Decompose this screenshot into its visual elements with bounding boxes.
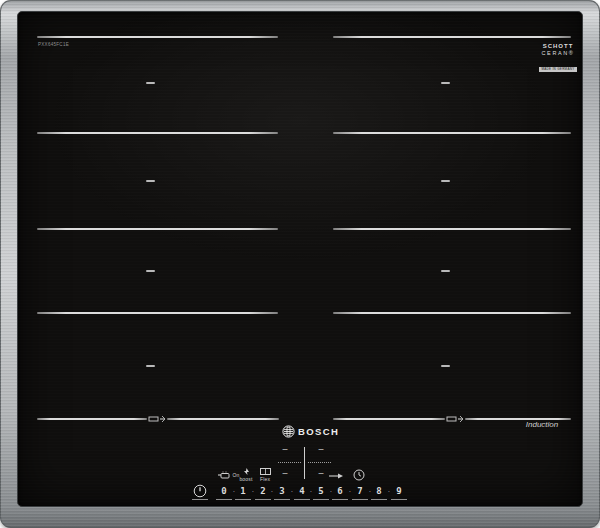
flex-label[interactable]: Flex [257,476,273,482]
number-underline [274,499,290,500]
number-underline [313,499,329,500]
schott-line1: SCHOTT [536,43,580,49]
timer-clock-icon[interactable] [353,469,365,481]
schott-ceran-logo: SCHOTT CERAN® MADE IN GERMANY [536,43,580,74]
number-key-2[interactable]: 2 [256,486,270,496]
number-underline [352,499,368,500]
zone-marker [441,270,450,272]
schott-line3: MADE IN GERMANY [539,67,576,72]
bosch-logo: BOSCH [282,425,339,438]
zone-line [333,418,445,420]
number-separator: · [368,488,372,495]
zone-line [37,312,278,314]
zone-display-right-top: – [315,445,327,454]
zone-marker [146,82,155,84]
number-separator: · [387,488,391,495]
number-key-6[interactable]: 6 [333,486,347,496]
zone-line [167,418,279,420]
number-underline [294,499,310,500]
number-key-5[interactable]: 5 [314,486,328,496]
number-separator: · [251,488,255,495]
zone-line [333,312,571,314]
number-underline [255,499,271,500]
number-key-4[interactable]: 4 [295,486,309,496]
bosch-emblem-icon [282,425,295,438]
induction-label: Induction [516,420,568,429]
number-separator: · [309,488,313,495]
zone-display-right-bottom: – [315,469,327,478]
zone-marker [146,365,155,367]
zone-line [333,228,571,230]
number-key-1[interactable]: 1 [236,486,250,496]
induction-cooktop: PXX645FC1E SCHOTT CERAN® MADE IN GERMANY… [0,0,600,528]
number-key-3[interactable]: 3 [275,486,289,496]
zone-line [333,132,571,134]
boost-label[interactable]: boost [235,476,257,482]
display-dotted-separator [278,462,301,463]
boost-icon[interactable] [243,468,250,475]
display-divider-line [304,447,305,479]
number-key-7[interactable]: 7 [353,486,367,496]
number-separator: · [329,488,333,495]
flex-zone-icon[interactable] [260,468,271,475]
zone-line [333,36,571,38]
zone-display-left-top: – [279,445,291,454]
bosch-wordmark: BOSCH [298,426,339,437]
pan-size-icon [446,414,465,424]
number-underline [192,499,208,500]
frying-pan-icon[interactable] [217,470,230,480]
number-separator: · [232,488,236,495]
number-separator: · [290,488,294,495]
transfer-arrow-icon[interactable] [329,473,344,479]
zone-line [37,228,278,230]
display-dotted-separator [308,462,331,463]
number-underline [391,499,407,500]
number-key-8[interactable]: 8 [372,486,386,496]
number-underline [216,499,232,500]
number-key-0[interactable]: 0 [217,486,231,496]
pan-size-icon [148,414,167,424]
zone-line [37,132,278,134]
number-key-9[interactable]: 9 [392,486,406,496]
zone-marker [146,180,155,182]
zone-line [37,36,278,38]
model-label: PXX645FC1E [38,42,69,47]
number-underline [332,499,348,500]
schott-line2: CERAN® [536,50,580,56]
zone-marker [441,365,450,367]
number-separator: · [348,488,352,495]
zone-line [37,418,147,420]
number-underline [235,499,251,500]
zone-marker [441,180,450,182]
zone-marker [441,82,450,84]
number-separator: · [270,488,274,495]
number-underline [371,499,387,500]
zone-marker [146,270,155,272]
ceramic-glass-surface: PXX645FC1E SCHOTT CERAN® MADE IN GERMANY… [17,11,583,507]
zone-display-left-bottom: – [279,469,291,478]
power-icon[interactable] [193,484,207,498]
